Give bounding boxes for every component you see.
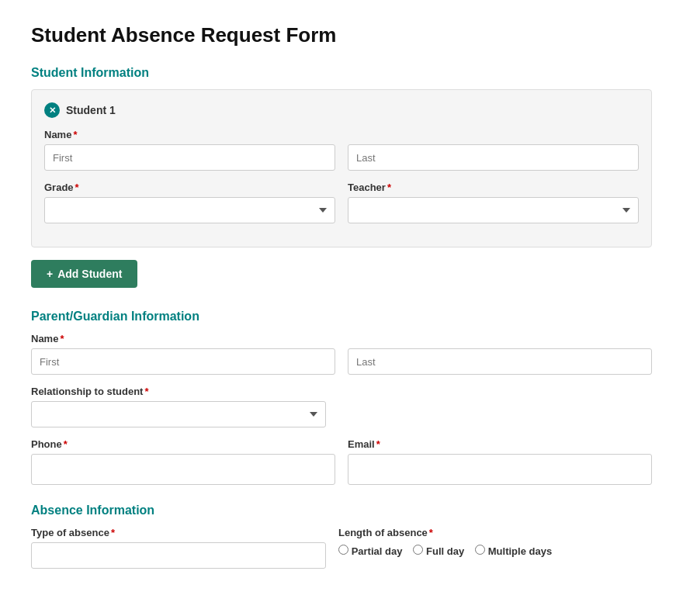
student-information-heading: Student Information [31,66,652,80]
full-day-option[interactable]: Full day [413,545,464,557]
required-star-grade: * [75,182,79,193]
student-name-row: Name* Name [44,129,639,171]
student-last-name-group: Name [348,129,639,171]
required-star-teacher: * [387,182,391,193]
student-name-label: Name* [44,129,335,140]
phone-input[interactable] [31,454,335,485]
student-teacher-select[interactable] [348,197,639,223]
parent-guardian-section: Parent/Guardian Information Name* Name R… [31,310,652,485]
absence-information-section: Absence Information Type of absence* Len… [31,504,652,569]
student-first-name-input[interactable] [44,144,335,171]
email-group: Email* [348,438,652,485]
student-card-label: Student 1 [66,104,116,116]
student-card-header: Student 1 [44,102,639,118]
parent-name-row: Name* Name [31,333,652,375]
student-teacher-group: Teacher* [348,182,639,223]
absence-length-radio-group: Partial day Full day Multiple days [338,545,652,563]
student-card: Student 1 Name* Name Grade* [31,89,652,247]
required-star-length: * [429,527,433,538]
parent-first-name-input[interactable] [31,348,335,375]
relationship-group: Relationship to student* [31,386,326,427]
absence-length-label: Length of absence* [338,527,652,538]
add-student-label: Add Student [57,268,122,280]
partial-day-option[interactable]: Partial day [338,545,402,557]
phone-label: Phone* [31,438,335,450]
absence-type-length-row: Type of absence* Length of absence* Part… [31,527,652,569]
relationship-row: Relationship to student* [31,386,652,427]
absence-type-label: Type of absence* [31,527,326,538]
partial-day-label: Partial day [352,545,403,557]
student-last-name-input[interactable] [348,144,639,171]
full-day-label: Full day [426,545,464,557]
student-information-section: Student Information Student 1 Name* Name [31,66,652,310]
student-grade-group: Grade* [44,182,335,223]
required-star-relationship: * [144,386,148,397]
required-star-phone: * [64,438,68,450]
student-grade-label: Grade* [44,182,335,193]
student-grade-teacher-row: Grade* Teacher* [44,182,639,223]
absence-type-group: Type of absence* [31,527,326,569]
required-star: * [73,129,77,140]
full-day-radio[interactable] [413,545,423,555]
parent-name-label: Name* [31,333,335,344]
relationship-label: Relationship to student* [31,386,326,397]
student-teacher-label: Teacher* [348,182,639,193]
partial-day-radio[interactable] [338,545,348,555]
parent-last-name-group: Name [348,333,652,375]
required-star-parent-name: * [60,333,64,344]
absence-information-heading: Absence Information [31,504,652,517]
phone-group: Phone* [31,438,335,485]
multiple-days-radio[interactable] [475,545,485,555]
required-star-type: * [111,527,115,538]
absence-length-group: Length of absence* Partial day Full day … [338,527,652,563]
multiple-days-label: Multiple days [488,545,552,557]
parent-first-name-group: Name* [31,333,335,375]
parent-last-name-input[interactable] [348,348,652,375]
email-label: Email* [348,438,652,450]
student-first-name-group: Name* [44,129,335,171]
remove-student-icon[interactable] [44,102,60,118]
plus-icon: + [47,268,53,280]
relationship-select[interactable] [31,401,326,427]
student-grade-select[interactable] [44,197,335,223]
required-star-email: * [376,438,380,450]
page-title: Student Absence Request Form [31,23,652,47]
parent-guardian-heading: Parent/Guardian Information [31,310,652,324]
absence-type-input[interactable] [31,542,326,569]
phone-email-row: Phone* Email* [31,438,652,485]
email-input[interactable] [348,454,652,485]
multiple-days-option[interactable]: Multiple days [475,545,552,557]
add-student-button[interactable]: + Add Student [31,260,137,288]
